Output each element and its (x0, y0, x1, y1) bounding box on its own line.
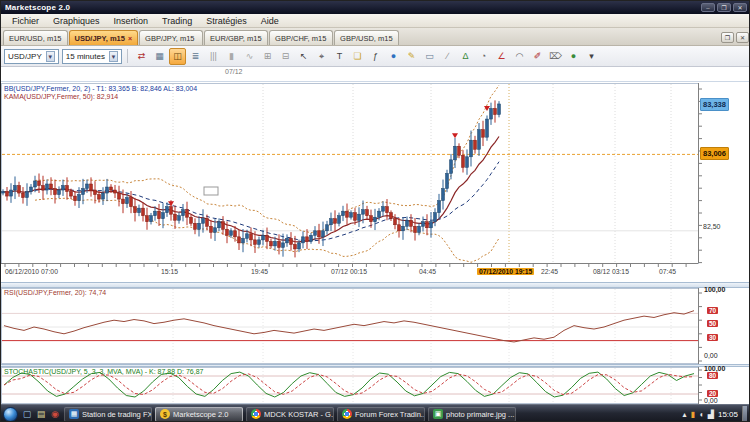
taskbar-button-label: Station de trading FX (82, 410, 152, 419)
stoch-axis-20: 20 (707, 390, 718, 397)
menu-item-aide[interactable]: Aide (254, 16, 286, 26)
chrome-icon (342, 409, 352, 419)
show-desktop-icon[interactable]: ▢ (21, 408, 33, 420)
buy-sell-icon[interactable]: ⇄ (133, 48, 150, 65)
taskbar-button-label: photo primaire.jpg ... (446, 410, 514, 419)
rsi-chart[interactable] (1, 288, 750, 364)
lasso-icon[interactable]: ◠ (511, 48, 528, 65)
titlebar: Marketscope 2.0 – ❐ ✕ (1, 1, 750, 14)
tab-usdjpy[interactable]: USD/JPY, m15× (69, 30, 139, 45)
tab-gbpjpy[interactable]: GBP/JPY, m15 (139, 30, 203, 45)
taskbar-button-station[interactable]: ▦Station de trading FX (64, 407, 152, 422)
tab-gbpusd[interactable]: GBP/USD, m15 (334, 30, 399, 45)
rsi-legend: RSI(USD/JPY,Fermer, 20): 74,74 (4, 289, 106, 296)
strategy-icon[interactable]: Δ (457, 48, 474, 65)
fx-app-icon: ▦ (69, 409, 79, 419)
save-chart-icon[interactable]: ◫ (169, 48, 186, 65)
zoom-out-icon[interactable]: ⊟ (277, 48, 294, 65)
picture-icon[interactable]: ▭ (421, 48, 438, 65)
rsi-axis-30: 30 (707, 334, 718, 341)
cursor-icon[interactable]: ↖ (295, 48, 312, 65)
time-axis-label: 04:45 (419, 268, 436, 275)
tray-app-icon[interactable]: ▮ (691, 410, 695, 419)
stoch-axis-80: 80 (707, 372, 718, 379)
tab-eurgbp[interactable]: EUR/GBP, m15 (204, 30, 268, 45)
tab-bar: EUR/USD, m15USD/JPY, m15×GBP/JPY, m15EUR… (1, 28, 750, 46)
explorer-icon[interactable]: ▤ (35, 408, 47, 420)
rsi-axis-0: 0,00 (704, 352, 718, 359)
image-icon[interactable]: ▦ (151, 48, 168, 65)
taskbar-button-label: Marketscope 2.0 (173, 410, 228, 419)
chart-area: 07/12 BB(USD/JPY,Fermer, 20, 2) - T1: 83… (1, 67, 750, 404)
globe-icon[interactable]: ● (385, 48, 402, 65)
stochastic-legend: STOCHASTIC(USD/JPY, 5, 3, 3, MVA, MVA) -… (4, 368, 203, 375)
tab-close-icon[interactable]: × (128, 35, 132, 42)
child-restore-icon[interactable]: ❐ (721, 32, 734, 43)
stoch-axis-100: 100,00 (704, 365, 725, 372)
eraser-icon[interactable]: ⌦ (547, 48, 564, 65)
taskbar-clock: 15:05 (718, 410, 738, 419)
line-chart-icon[interactable]: ∿ (241, 48, 258, 65)
pencil-icon[interactable]: ✎ (403, 48, 420, 65)
menu-item-trading[interactable]: Trading (155, 16, 199, 26)
menu-item-graphiques[interactable]: Graphiques (46, 16, 107, 26)
media-player-icon[interactable]: ◉ (49, 408, 61, 420)
window-title: Marketscope 2.0 (5, 3, 70, 12)
taskbar-button-mdck[interactable]: MDCK KOSTAR - G... (246, 407, 334, 422)
maximize-icon[interactable]: ❐ (717, 3, 731, 12)
marker-icon[interactable]: ✐ (529, 48, 546, 65)
menu-item-insertion[interactable]: Insertion (107, 16, 156, 26)
main-price-chart[interactable] (1, 83, 750, 282)
tray-expand-icon[interactable]: ▴ (683, 410, 687, 419)
rsi-axis-70: 70 (707, 307, 718, 314)
menu-item-fichier[interactable]: Fichier (5, 16, 46, 26)
child-close-icon[interactable]: ✕ (736, 32, 749, 43)
price-grid-label: 82,50 (703, 223, 721, 230)
time-axis: 06/12/2010 07:0015:1519:4507/12 00:1504:… (1, 268, 750, 280)
bars-chart-icon[interactable]: ||| (205, 48, 222, 65)
toolbar: USD/JPY ▼ 15 minutes ▼ ⇄▦◫≣|||▮∿⊞⊟↖⌖T❏ƒ●… (1, 46, 750, 67)
stoch-axis-0: 0,00 (704, 397, 718, 404)
candles-icon[interactable]: ▮ (223, 48, 240, 65)
chevron-down-icon: ▼ (46, 51, 55, 62)
trendline-icon[interactable]: ∠ (493, 48, 510, 65)
symbol-select-value: USD/JPY (8, 52, 42, 61)
taskbar-button-photo[interactable]: ▣photo primaire.jpg ... (428, 407, 516, 422)
network-icon[interactable]: ▟ (708, 410, 714, 419)
tab-label: GBP/JPY, m15 (145, 34, 194, 43)
more-icon[interactable]: ▾ (583, 48, 600, 65)
grid-icon[interactable]: ≣ (187, 48, 204, 65)
time-axis-label: 15:15 (161, 268, 178, 275)
account-icon[interactable]: ● (565, 48, 582, 65)
text-icon[interactable]: T (331, 48, 348, 65)
taskbar-button-label: MDCK KOSTAR - G... (264, 410, 334, 419)
tab-label: GBP/CHF, m15 (275, 34, 326, 43)
crosshair-icon[interactable]: ⌖ (313, 48, 330, 65)
marketscope-window: Marketscope 2.0 – ❐ ✕ FichierGraphiquesI… (0, 0, 750, 422)
kama-legend: KAMA(USD/JPY,Fermer, 50): 82,914 (4, 93, 118, 100)
tab-label: EUR/USD, m15 (9, 34, 62, 43)
start-button[interactable] (3, 407, 18, 422)
photo-file-icon: ▣ (433, 409, 443, 419)
tab-eurusd[interactable]: EUR/USD, m15 (3, 30, 68, 45)
tab-gbpchf[interactable]: GBP/CHF, m15 (269, 30, 333, 45)
close-icon[interactable]: ✕ (733, 3, 747, 12)
tab-label: EUR/GBP, m15 (210, 34, 262, 43)
zoom-in-icon[interactable]: ⊞ (259, 48, 276, 65)
show-desktop-button[interactable] (742, 406, 747, 422)
taskbar-button-forum[interactable]: Forum Forex Tradin... (337, 407, 425, 422)
volume-icon[interactable]: ◖ (699, 410, 704, 419)
indicator-icon[interactable]: ƒ (367, 48, 384, 65)
compass-icon[interactable]: ◔ (475, 48, 492, 65)
minimize-icon[interactable]: – (701, 3, 715, 12)
menu-item-stratégies[interactable]: Stratégies (199, 16, 254, 26)
ruler-icon[interactable]: ∕ (439, 48, 456, 65)
symbol-select[interactable]: USD/JPY ▼ (4, 49, 59, 64)
taskbar-button-marketscope[interactable]: $Marketscope 2.0 (155, 407, 243, 422)
time-axis-label: 19:45 (251, 268, 268, 275)
note-icon[interactable]: ❏ (349, 48, 366, 65)
rsi-axis-50: 50 (707, 320, 718, 327)
bb-legend: BB(USD/JPY,Fermer, 20, 2) - T1: 83,365 B… (4, 85, 197, 92)
toolbar-separator (127, 49, 128, 63)
period-select[interactable]: 15 minutes ▼ (62, 49, 122, 64)
